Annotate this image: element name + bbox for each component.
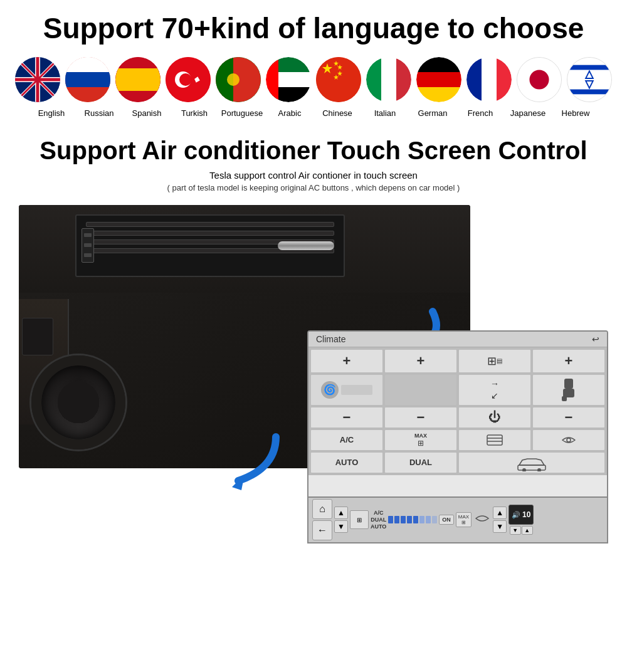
ac-label-bar: A/C (374, 510, 384, 516)
climate-rear-defrost[interactable] (458, 429, 531, 451)
climate-temp-display (384, 374, 457, 406)
lang-label-italian: Italian (361, 108, 409, 118)
flag-chinese (316, 57, 361, 102)
climate-btn-minus4[interactable]: − (532, 407, 605, 428)
svg-rect-57 (567, 58, 611, 102)
section2-title: Support Air conditioner Touch Screen Con… (19, 137, 608, 165)
flag-german (416, 57, 461, 102)
page-wrapper: Support 70+kind of language to choose (0, 0, 627, 556)
flag-russian (65, 57, 110, 102)
temp-down-left[interactable]: ▼ (334, 520, 348, 533)
svg-rect-67 (487, 435, 502, 445)
back-button[interactable]: ← (312, 520, 332, 540)
climate-btn-minus1[interactable]: − (310, 407, 383, 428)
volume-down[interactable]: ▼ (510, 526, 521, 535)
svg-rect-65 (563, 389, 574, 397)
flag-portuguese (216, 57, 261, 102)
lang-label-russian: Russian (75, 108, 123, 118)
climate-auto-btn[interactable]: AUTO (310, 452, 383, 473)
climate-btn-plus1[interactable]: + (310, 349, 383, 373)
svg-rect-14 (65, 57, 110, 72)
svg-point-55 (529, 70, 549, 89)
recirculation-bar[interactable] (473, 512, 491, 527)
flag-japanese (517, 57, 562, 102)
volume-level: 10 (522, 510, 530, 519)
svg-rect-16 (65, 87, 110, 102)
section2-subtitle: Tesla support control Air contioner in t… (19, 170, 608, 181)
climate-vent-cell: → ↙ (458, 374, 531, 406)
svg-rect-48 (416, 87, 461, 102)
lang-label-portuguese: Portuguese (218, 108, 266, 118)
climate-header: Climate ↩ (308, 332, 607, 347)
image-area: Climate ↩ + + ⊞▤ + 🌀 → (19, 205, 608, 543)
section1-title: Support 70+kind of language to choose (19, 13, 608, 45)
lang-label-german: German (409, 108, 456, 118)
down-left-arrow (226, 431, 301, 493)
lang-label-arabic: Arabic (266, 108, 314, 118)
svg-point-73 (537, 468, 541, 471)
dual-label-bar: DUAL (371, 517, 386, 523)
svg-rect-19 (115, 68, 161, 91)
climate-seat-cell[interactable] (532, 374, 605, 406)
flag-turkish (166, 57, 211, 102)
svg-point-28 (227, 73, 240, 86)
section2-subtitle2: ( part of tesla model is keeping origina… (19, 183, 608, 192)
climate-power-btn[interactable]: ⏻ (458, 407, 531, 428)
flag-spanish (115, 57, 161, 102)
svg-rect-35 (316, 57, 361, 102)
lang-label-english: English (28, 108, 75, 118)
climate-max-defrost[interactable]: MAX ⊞ (384, 429, 457, 451)
home-button[interactable]: ⌂ (312, 499, 332, 519)
defrost-icon-bar[interactable]: ⊞ (350, 510, 369, 529)
auto-label-bar: AUTO (371, 523, 386, 530)
svg-rect-71 (518, 465, 545, 470)
svg-rect-44 (396, 57, 411, 102)
lang-labels-row: English Russian Spanish Turkish Portugue… (19, 108, 608, 118)
temp-up-right[interactable]: ▲ (493, 507, 507, 519)
svg-point-70 (567, 438, 571, 442)
flag-english (15, 57, 60, 102)
svg-rect-52 (497, 57, 512, 102)
climate-recirculation[interactable] (532, 429, 605, 451)
svg-rect-42 (366, 57, 381, 102)
flags-row (19, 57, 608, 102)
bottom-control-bar: ⌂ ← ▲ ▼ ⊞ A/C DUAL AUTO (307, 496, 608, 543)
on-indicator: ON (439, 515, 454, 525)
svg-point-23 (179, 73, 192, 86)
lang-label-french: French (456, 108, 504, 118)
lang-label-hebrew: Hebrew (552, 108, 599, 118)
svg-rect-64 (564, 379, 573, 389)
flag-arabic (266, 57, 311, 102)
volume-up[interactable]: ▲ (522, 526, 533, 535)
climate-btn-defrost[interactable]: ⊞▤ (458, 349, 531, 373)
svg-point-72 (522, 468, 526, 471)
climate-dual-btn[interactable]: DUAL (384, 452, 457, 473)
svg-rect-47 (416, 72, 461, 87)
climate-btn-plus2[interactable]: + (384, 349, 457, 373)
svg-rect-50 (466, 57, 482, 102)
climate-btn-minus2[interactable]: − (384, 407, 457, 428)
flag-hebrew (567, 57, 612, 102)
max-defrost-bar[interactable]: MAX⊞ (456, 512, 472, 527)
temp-down-right[interactable]: ▼ (493, 520, 507, 533)
svg-rect-51 (482, 57, 497, 102)
climate-ac-btn[interactable]: A/C (310, 429, 383, 451)
svg-rect-46 (416, 57, 461, 72)
lang-label-chinese: Chinese (314, 108, 361, 118)
svg-rect-43 (381, 57, 396, 102)
flag-italian (366, 57, 411, 102)
lang-label-spanish: Spanish (123, 108, 171, 118)
lang-label-japanese: Japanese (504, 108, 552, 118)
climate-btn-plus4[interactable]: + (532, 349, 605, 373)
lang-label-turkish: Turkish (171, 108, 218, 118)
climate-fan-cell: 🌀 (310, 374, 383, 406)
climate-back-icon[interactable]: ↩ (592, 334, 599, 344)
svg-rect-66 (562, 396, 567, 401)
climate-title: Climate (316, 334, 345, 344)
flag-french (466, 57, 512, 102)
climate-car-icon[interactable] (458, 452, 605, 473)
svg-rect-33 (266, 57, 278, 102)
svg-rect-15 (65, 72, 110, 87)
progress-dots (388, 516, 437, 523)
temp-up-left[interactable]: ▲ (334, 507, 348, 519)
